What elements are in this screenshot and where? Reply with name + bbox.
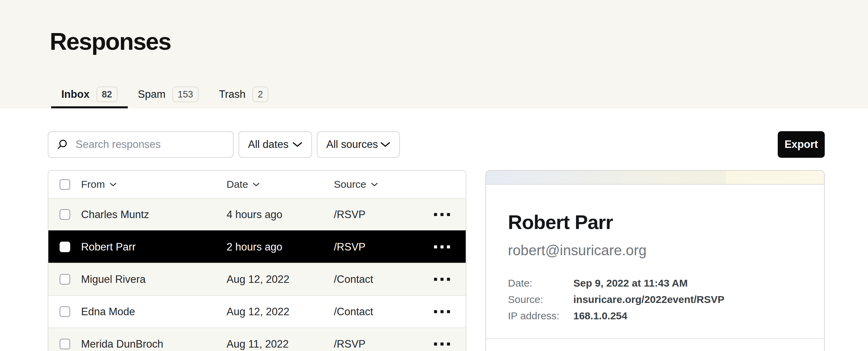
row-source: /Contact [334,306,426,318]
table-row[interactable]: Miguel Rivera Aug 12, 2022 /Contact [48,263,466,295]
column-header-date-label: Date [227,179,248,190]
row-from: Edna Mode [81,306,227,318]
source-filter-dropdown[interactable]: All sources [317,131,400,158]
table-row-selected[interactable]: Robert Parr 2 hours ago /RSVP [48,230,466,263]
row-from: Miguel Rivera [81,273,227,286]
search-icon [57,139,68,150]
row-menu-icon[interactable] [434,245,450,248]
search-box[interactable] [48,131,234,158]
chevron-down-icon [292,141,303,148]
tab-spam-count-badge: 153 [172,87,199,102]
row-from: Charles Muntz [81,209,227,221]
row-menu-icon[interactable] [434,278,450,281]
table-row[interactable]: Merida DunBroch Aug 11, 2022 /RSVP [48,327,466,351]
page-title: Responses [50,28,171,55]
detail-ip-label: IP address: [508,308,573,324]
table-body: Charles Muntz 4 hours ago /RSVP Robert P… [48,198,466,351]
detail-email: robert@insuricare.org [508,242,802,259]
chevron-down-icon [253,182,260,187]
detail-source-label: Source: [508,291,573,308]
row-date: 2 hours ago [227,241,334,253]
column-header-from-label: From [81,179,105,190]
chevron-down-icon [371,182,378,187]
tab-trash-label: Trash [219,88,246,101]
row-date: 4 hours ago [227,209,334,221]
row-menu-icon[interactable] [434,310,450,313]
table-row[interactable]: Charles Muntz 4 hours ago /RSVP [48,198,466,230]
row-menu-icon[interactable] [434,342,450,346]
detail-date-row: Date: Sep 9, 2022 at 11:43 AM [508,275,802,291]
row-date: Aug 11, 2022 [227,338,334,350]
row-checkbox[interactable] [60,274,70,285]
detail-ip-value: 168.1.0.254 [573,308,627,324]
tab-inbox[interactable]: Inbox 82 [51,82,128,108]
export-button[interactable]: Export [778,131,825,158]
row-checkbox[interactable] [60,339,70,349]
search-input[interactable] [76,138,225,151]
row-from: Robert Parr [81,241,227,253]
column-header-date[interactable]: Date [227,179,334,190]
tab-spam[interactable]: Spam 153 [128,82,209,108]
table-row[interactable]: Edna Mode Aug 12, 2022 /Contact [48,295,466,327]
detail-date-label: Date: [508,275,573,291]
chevron-down-icon [380,141,390,148]
tab-trash-count-badge: 2 [252,87,268,102]
tab-bar: Inbox 82 Spam 153 Trash 2 [51,82,279,108]
column-header-source[interactable]: Source [334,179,426,190]
detail-ip-row: IP address: 168.1.0.254 [508,308,802,324]
table-header-row: From Date Source [48,171,466,198]
row-checkbox[interactable] [60,242,70,252]
chevron-down-icon [110,182,117,187]
detail-source-value: insuricare.org/2022event/RSVP [573,291,725,308]
row-checkbox[interactable] [60,306,70,317]
row-date: Aug 12, 2022 [227,273,334,286]
row-from: Merida DunBroch [81,338,227,350]
detail-date-value: Sep 9, 2022 at 11:43 AM [573,275,688,291]
tab-inbox-count-badge: 82 [96,87,118,102]
filter-bar: All dates All sources Export [48,131,825,158]
row-source: /Contact [334,273,426,286]
row-date: Aug 12, 2022 [227,306,334,318]
tab-trash[interactable]: Trash 2 [209,82,279,108]
source-filter-value: All sources [326,138,378,151]
detail-divider [486,338,824,339]
date-filter-dropdown[interactable]: All dates [238,131,312,158]
row-source: /RSVP [334,209,426,221]
tab-spam-label: Spam [138,88,166,101]
row-checkbox[interactable] [60,209,70,220]
column-header-from[interactable]: From [81,179,227,190]
column-header-source-label: Source [334,179,366,190]
row-source: /RSVP [334,338,426,350]
detail-panel-gradient-strip [486,171,824,185]
select-all-checkbox[interactable] [60,179,70,190]
header-band: Responses Inbox 82 Spam 153 Trash 2 [0,0,868,108]
detail-name: Robert Parr [508,211,802,233]
date-filter-value: All dates [248,138,289,151]
detail-meta: Date: Sep 9, 2022 at 11:43 AM Source: in… [508,275,802,324]
tab-inbox-label: Inbox [61,88,90,101]
detail-source-row: Source: insuricare.org/2022event/RSVP [508,291,802,308]
responses-table: From Date Source Charles Muntz 4 hours a… [48,170,466,351]
row-menu-icon[interactable] [434,213,450,216]
response-detail-panel: Robert Parr robert@insuricare.org Date: … [485,170,825,351]
row-source: /RSVP [334,241,426,253]
